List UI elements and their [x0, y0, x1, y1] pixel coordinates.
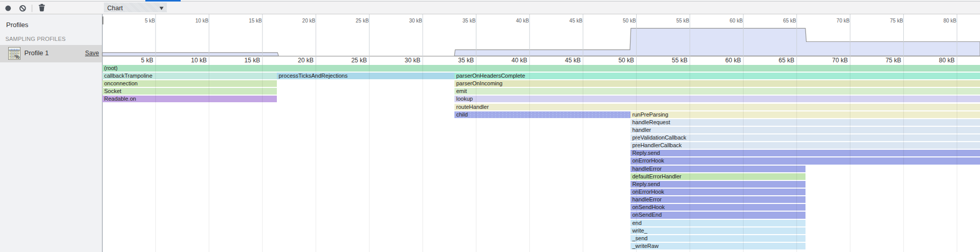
svg-text:%: % [15, 54, 20, 60]
